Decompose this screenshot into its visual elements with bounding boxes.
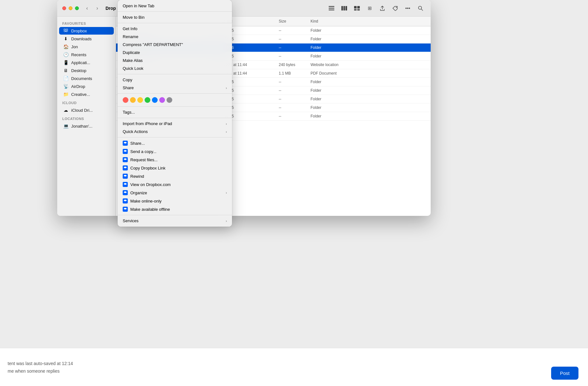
forward-button[interactable]: › xyxy=(93,4,102,13)
sidebar-item-dropbox[interactable]: Dropbox xyxy=(59,27,114,35)
menu-item-tags-menu[interactable]: Tags... xyxy=(118,108,232,116)
sidebar-item-applications[interactable]: 📱 Applicati... xyxy=(59,59,114,66)
bottom-bar: tent was last auto-saved at 12:14 me whe… xyxy=(0,348,588,386)
column-view-button[interactable] xyxy=(339,3,349,13)
close-button[interactable] xyxy=(62,6,66,10)
tag-dot-blue[interactable] xyxy=(152,97,158,103)
nav-buttons: ‹ › xyxy=(83,4,102,13)
finder-body: Favourites Dropbox ⬇ Downloads 🏠 Jon 🕐 R… xyxy=(57,17,431,216)
menu-item-move-to-bin[interactable]: Move to Bin xyxy=(118,13,232,21)
file-kind: Folder xyxy=(307,97,431,101)
sidebar-item-label: AirDrop xyxy=(71,84,85,89)
menu-item-copy-link[interactable]: Copy Dropbox Link xyxy=(118,164,232,172)
menu-item-get-info[interactable]: Get Info xyxy=(118,25,232,33)
svg-rect-9 xyxy=(357,9,360,10)
menu-item-rename[interactable]: Rename xyxy=(118,33,232,41)
sidebar-item-label: Documents xyxy=(71,76,92,81)
dropbox-menu-icon xyxy=(123,198,128,203)
share-toolbar-button[interactable] xyxy=(377,3,387,13)
maximize-button[interactable] xyxy=(75,6,79,10)
menu-separator xyxy=(118,74,232,74)
menu-item-label: Make online-only xyxy=(130,199,161,203)
sidebar-item-jon[interactable]: 🏠 Jon xyxy=(59,43,114,50)
tag-dot-purple[interactable] xyxy=(159,97,165,103)
menu-item-view-dropbox[interactable]: View on Dropbox.com xyxy=(118,180,232,189)
col-header-kind[interactable]: Kind xyxy=(307,18,431,25)
file-size: -- xyxy=(275,114,307,118)
list-view-button[interactable] xyxy=(326,3,337,13)
search-button[interactable] xyxy=(415,3,426,13)
menu-separator xyxy=(118,137,232,137)
finder-titlebar: ‹ › Drop ⊞ ••• xyxy=(57,0,431,17)
tag-button[interactable] xyxy=(390,3,400,13)
minimize-button[interactable] xyxy=(69,6,72,10)
back-button[interactable]: ‹ xyxy=(83,4,92,13)
file-size: -- xyxy=(275,28,307,33)
menu-item-label: Move to Bin xyxy=(123,15,145,20)
icloud-icon: ☁ xyxy=(63,108,69,113)
tag-dot-orange[interactable] xyxy=(130,97,136,103)
applications-icon: 📱 xyxy=(63,60,69,65)
menu-item-compress[interactable]: Compress "ART DEPARTMENT" xyxy=(118,41,232,49)
svg-rect-4 xyxy=(344,6,345,10)
grid-view-button[interactable]: ⊞ xyxy=(365,3,375,13)
sidebar-item-label: Jonathan'... xyxy=(71,124,92,129)
sidebar-item-documents[interactable]: 📄 Documents xyxy=(59,75,114,82)
svg-rect-0 xyxy=(329,6,334,7)
menu-item-label: Share xyxy=(123,85,134,90)
finder-sidebar: Favourites Dropbox ⬇ Downloads 🏠 Jon 🕐 R… xyxy=(57,17,116,216)
tag-dot-gray[interactable] xyxy=(167,97,172,103)
menu-item-label: Make Alias xyxy=(123,58,143,63)
airdrop-icon: 📡 xyxy=(63,84,69,89)
menu-item-quick-look[interactable]: Quick Look xyxy=(118,64,232,72)
tag-dot-green[interactable] xyxy=(145,97,150,103)
sidebar-item-recents[interactable]: 🕐 Recents xyxy=(59,51,114,58)
more-button[interactable]: ••• xyxy=(403,3,413,13)
menu-item-quick-actions[interactable]: Quick Actions› xyxy=(118,128,232,136)
file-size: -- xyxy=(275,88,307,93)
menu-item-duplicate[interactable]: Duplicate xyxy=(118,49,232,57)
menu-item-import-iphone[interactable]: Import from iPhone or iPad› xyxy=(118,120,232,128)
icloud-label: iCloud xyxy=(57,98,116,106)
file-kind: Folder xyxy=(307,45,431,50)
menu-item-request-files[interactable]: Request files... xyxy=(118,156,232,164)
file-kind: PDF Document xyxy=(307,71,431,76)
tag-dot-red[interactable] xyxy=(123,97,128,103)
file-kind: Folder xyxy=(307,54,431,58)
post-button[interactable]: Post xyxy=(551,367,578,380)
sidebar-item-jonathan[interactable]: 💻 Jonathan'... xyxy=(59,122,114,130)
downloads-icon: ⬇ xyxy=(63,36,69,41)
sidebar-item-downloads[interactable]: ⬇ Downloads xyxy=(59,35,114,43)
menu-item-rewind[interactable]: Rewind xyxy=(118,172,232,180)
gallery-view-button[interactable] xyxy=(352,3,362,13)
menu-item-organize[interactable]: Organize› xyxy=(118,189,232,197)
col-header-size[interactable]: Size xyxy=(275,18,307,25)
menu-item-make-offline[interactable]: Make available offline xyxy=(118,205,232,213)
menu-item-send-copy[interactable]: Send a copy... xyxy=(118,147,232,156)
sidebar-item-creative[interactable]: 📁 Creative... xyxy=(59,90,114,98)
sidebar-item-icloud-drive[interactable]: ☁ iCloud Dri... xyxy=(59,106,114,114)
file-kind: Folder xyxy=(307,80,431,84)
submenu-arrow-icon: › xyxy=(226,86,227,90)
menu-item-share-dropbox[interactable]: Share... xyxy=(118,139,232,147)
sidebar-item-airdrop[interactable]: 📡 AirDrop xyxy=(59,83,114,90)
menu-item-copy[interactable]: Copy xyxy=(118,76,232,84)
menu-item-make-alias[interactable]: Make Alias xyxy=(118,57,232,64)
menu-item-open-new-tab[interactable]: Open in New Tab xyxy=(118,2,232,10)
dropbox-menu-icon xyxy=(123,174,128,179)
file-size: 240 bytes xyxy=(275,63,307,67)
menu-item-share[interactable]: Share› xyxy=(118,84,232,92)
svg-rect-7 xyxy=(357,6,360,9)
menu-item-label: Duplicate xyxy=(123,50,140,55)
documents-icon: 📄 xyxy=(63,76,69,81)
tag-dot-yellow[interactable] xyxy=(137,97,143,103)
menu-item-make-online-only[interactable]: Make online-only xyxy=(118,197,232,205)
svg-rect-3 xyxy=(341,6,343,10)
sidebar-item-desktop[interactable]: 🖥 Desktop xyxy=(59,67,114,74)
dropbox-menu-icon xyxy=(123,182,128,187)
menu-item-services[interactable]: Services› xyxy=(118,217,232,225)
menu-item-label: Make available offline xyxy=(130,207,170,212)
menu-item-label: Get Info xyxy=(123,26,137,31)
home-icon: 🏠 xyxy=(63,44,69,49)
creative-icon: 📁 xyxy=(63,92,69,97)
